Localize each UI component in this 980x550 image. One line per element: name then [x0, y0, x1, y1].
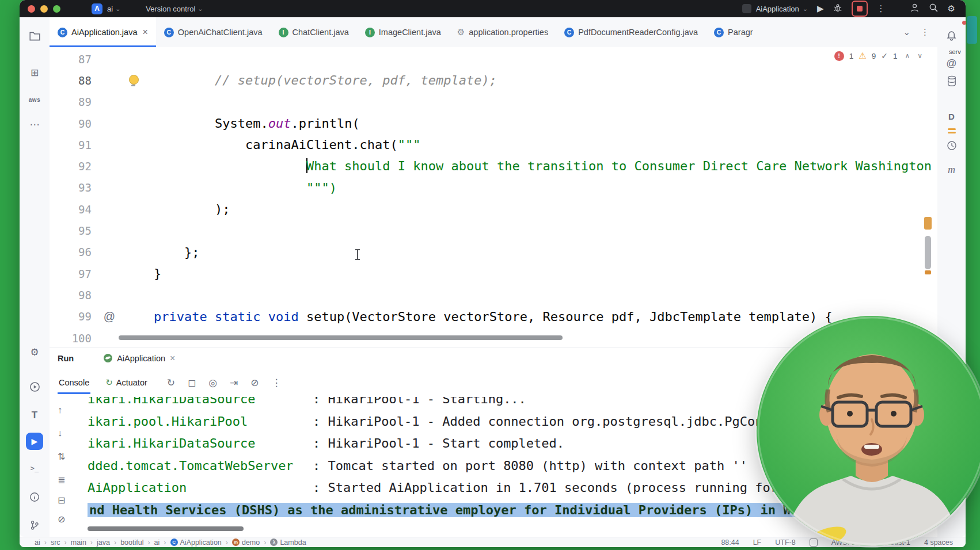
- breadcrumb-item[interactable]: src: [51, 538, 60, 547]
- structure-icon[interactable]: ⊞: [20, 67, 50, 79]
- code-line[interactable]: 91 carinaAiClient.chat(""": [50, 134, 937, 155]
- console-tab[interactable]: Console: [58, 371, 90, 394]
- run-tool-window-button[interactable]: ▶: [26, 433, 43, 450]
- line-ending-indicator[interactable]: LF: [753, 538, 762, 547]
- tool-icon[interactable]: T: [20, 410, 50, 421]
- settings-gear-icon[interactable]: ⚙: [948, 3, 955, 14]
- breadcrumb-item[interactable]: ai: [154, 538, 160, 547]
- problems-icon[interactable]: [20, 491, 50, 502]
- code-line[interactable]: 98: [50, 284, 937, 305]
- breadcrumb-item[interactable]: λLambda: [270, 538, 306, 547]
- jump-to-output-icon[interactable]: ⇥: [230, 377, 238, 389]
- search-everywhere-button[interactable]: [929, 3, 939, 14]
- rerun-button[interactable]: ↻: [167, 377, 175, 389]
- console-options-kebab-icon[interactable]: ⋮: [272, 377, 282, 389]
- left-tool-stripe: ⊞ aws ⋯ ⚙ T ▶ >_: [20, 17, 50, 537]
- breadcrumb-label: src: [51, 538, 60, 547]
- bookmarks-icon[interactable]: [937, 127, 966, 135]
- aws-icon[interactable]: aws: [20, 94, 50, 106]
- line-number: 89: [50, 96, 96, 108]
- clear-all-icon[interactable]: ⊘: [58, 514, 65, 525]
- stop-button[interactable]: [852, 1, 868, 17]
- tab-options-kebab-icon[interactable]: ⋮: [921, 27, 929, 37]
- print-icon[interactable]: ⊟: [58, 495, 65, 506]
- gutter: [96, 242, 123, 263]
- class-file-icon: C: [164, 28, 174, 37]
- minimize-window-button[interactable]: [40, 5, 48, 13]
- console-logger-name: AiApplication: [88, 477, 313, 499]
- scroll-up-icon[interactable]: ↑: [58, 405, 62, 415]
- clear-console-icon[interactable]: ⊘: [250, 377, 259, 389]
- terminal-icon[interactable]: >_: [20, 463, 50, 474]
- inspections-widget[interactable]: ! 1 ⚠ 9 ✓ 1 ∧ ∨: [834, 51, 922, 61]
- breadcrumb-item[interactable]: mdemo: [232, 538, 260, 547]
- run-configuration-selector[interactable]: AiApplication: [756, 5, 799, 13]
- next-problem-chevron-icon[interactable]: ∨: [917, 52, 922, 60]
- code-line[interactable]: 92 What should I know about the transiti…: [50, 155, 937, 177]
- hidden-tabs-chevron-icon[interactable]: ⌄: [903, 27, 910, 37]
- code-line[interactable]: 88 // setup(vectorStore, pdf, template);: [50, 70, 937, 91]
- collaborate-button[interactable]: [910, 3, 920, 14]
- horizontal-scrollbar-thumb[interactable]: [119, 335, 563, 340]
- code-editor[interactable]: 8788 // setup(vectorStore, pdf, template…: [50, 47, 937, 347]
- indent-indicator[interactable]: 4 spaces: [924, 538, 953, 547]
- console-horizontal-scrollbar-thumb[interactable]: [88, 526, 244, 531]
- code-line[interactable]: 93 """): [50, 177, 937, 198]
- maven-icon[interactable]: m: [937, 164, 966, 175]
- console-message: : HikariPool-1 - Starting...: [313, 397, 526, 406]
- code-line[interactable]: 89: [50, 91, 937, 113]
- editor-tab[interactable]: IChatClient.java: [271, 17, 357, 47]
- documentation-icon[interactable]: D: [937, 111, 966, 123]
- breadcrumb-item[interactable]: bootiful: [120, 538, 143, 547]
- database-icon[interactable]: [937, 75, 966, 87]
- code-line[interactable]: 87: [50, 48, 937, 70]
- editor-tab[interactable]: CAiApplication.java×: [50, 17, 156, 47]
- more-tool-windows-icon[interactable]: ⋯: [20, 119, 50, 131]
- version-control-menu[interactable]: Version control: [146, 5, 195, 13]
- project-folder-icon[interactable]: [20, 30, 50, 41]
- editor-tab[interactable]: ⚙application.properties: [449, 17, 556, 47]
- vertical-scrollbar-thumb[interactable]: [925, 236, 931, 269]
- editor-tab[interactable]: CPdfDocumentReaderConfig.java: [556, 17, 706, 47]
- project-name[interactable]: ai: [107, 5, 113, 13]
- scroll-to-end-icon[interactable]: ≣: [58, 475, 65, 486]
- actuator-tab[interactable]: ↻ Actuator: [105, 377, 147, 388]
- breadcrumb-item[interactable]: java: [97, 538, 110, 547]
- breadcrumb-item[interactable]: ai: [35, 538, 40, 547]
- run-button[interactable]: ▶: [817, 3, 824, 14]
- history-clock-icon[interactable]: [937, 139, 966, 151]
- encoding-indicator[interactable]: UTF-8: [775, 538, 795, 547]
- soft-wrap-icon[interactable]: ⇅: [58, 451, 65, 462]
- code-line[interactable]: 94 );: [50, 198, 937, 220]
- ai-assistant-icon[interactable]: @: [937, 58, 966, 69]
- kebab-menu-icon[interactable]: ⋮: [877, 3, 886, 14]
- code-line[interactable]: 96 };: [50, 242, 937, 263]
- notifications-bell-icon[interactable]: [937, 30, 966, 41]
- stop-process-button[interactable]: ◻: [188, 377, 196, 389]
- thread-dump-camera-icon[interactable]: ◎: [208, 377, 217, 389]
- build-icon[interactable]: ⚙: [20, 347, 50, 358]
- breadcrumb-item[interactable]: main: [71, 538, 86, 547]
- breadcrumb-item[interactable]: CAiApplication: [170, 538, 222, 547]
- zoom-window-button[interactable]: [53, 5, 60, 13]
- debug-button[interactable]: [833, 3, 842, 14]
- close-tab-icon[interactable]: ×: [142, 27, 147, 37]
- code-text: carinaAiClient.chat(""": [123, 134, 421, 155]
- caret-position[interactable]: 88:44: [721, 538, 739, 547]
- git-branch-icon[interactable]: [20, 519, 50, 530]
- code-line[interactable]: 99@ private static void setup(VectorStor…: [50, 306, 937, 327]
- editor-tab[interactable]: IImageClient.java: [357, 17, 449, 47]
- scroll-down-icon[interactable]: ↓: [58, 428, 62, 438]
- editor-tab[interactable]: CParagr: [706, 17, 761, 47]
- editor-tab[interactable]: COpenAiChatClient.java: [156, 17, 271, 47]
- code-line[interactable]: 90 System.out.println(: [50, 113, 937, 134]
- readonly-toggle-icon[interactable]: [810, 538, 818, 547]
- code-line[interactable]: 97 }: [50, 263, 937, 284]
- gutter: [96, 198, 123, 220]
- close-window-button[interactable]: [28, 5, 35, 13]
- code-line[interactable]: 95: [50, 220, 937, 241]
- run-configuration-tab[interactable]: AiApplication ×: [104, 353, 175, 364]
- close-run-tab-icon[interactable]: ×: [170, 353, 175, 364]
- services-icon[interactable]: [20, 381, 50, 392]
- previous-problem-chevron-icon[interactable]: ∧: [905, 52, 910, 60]
